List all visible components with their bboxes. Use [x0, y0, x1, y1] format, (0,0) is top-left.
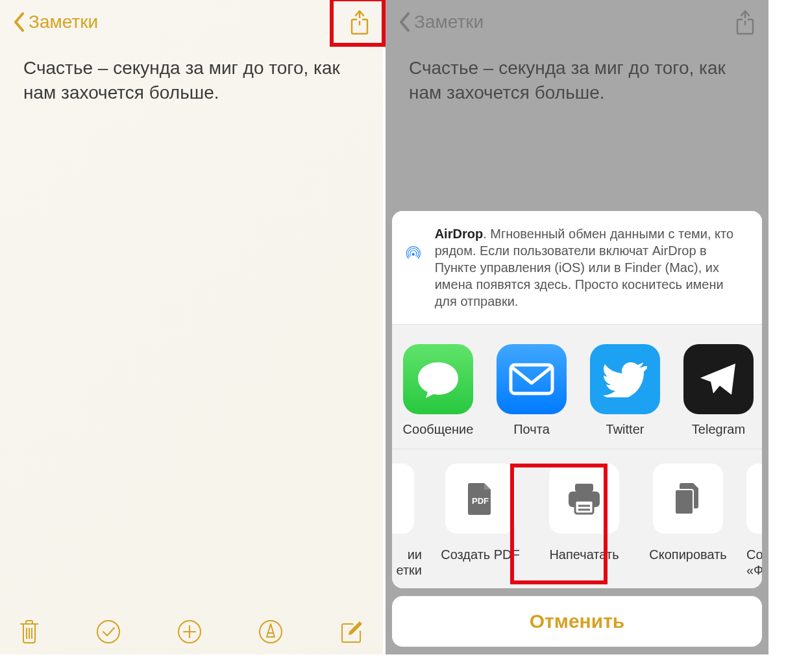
pdf-icon: PDF: [445, 464, 515, 534]
folder-icon: [746, 464, 762, 534]
pencil-circle-icon: [258, 619, 284, 645]
navbar-dimmed: Заметки: [386, 0, 768, 44]
share-actions-row[interactable]: ии етки PDF Создать PDF Напечатать: [392, 449, 762, 588]
svg-point-17: [412, 253, 415, 256]
table-icon: [392, 464, 414, 534]
copy-icon: [653, 464, 723, 534]
draw-button[interactable]: [258, 619, 284, 645]
back-label: Заметки: [414, 12, 484, 32]
bottom-toolbar: [0, 609, 383, 654]
svg-rect-26: [575, 501, 593, 514]
share-sheet: AirDrop. Мгновенный обмен данными с теми…: [392, 211, 762, 647]
twitter-icon: [590, 344, 660, 414]
messages-icon: [403, 344, 473, 414]
chevron-left-icon: [399, 12, 410, 32]
checklist-button[interactable]: [95, 619, 121, 645]
cancel-button[interactable]: Отменить: [392, 596, 762, 647]
plus-circle-icon: [177, 619, 203, 645]
svg-rect-29: [675, 490, 693, 514]
airdrop-section[interactable]: AirDrop. Мгновенный обмен данными с теми…: [392, 211, 762, 324]
share-apps-row[interactable]: Сообщение Почта Twitter: [392, 324, 762, 449]
mail-icon: [497, 344, 567, 414]
share-button[interactable]: [348, 9, 371, 36]
svg-text:PDF: PDF: [472, 496, 489, 506]
compose-button[interactable]: [339, 619, 365, 645]
svg-rect-2: [357, 18, 362, 21]
svg-rect-24: [575, 484, 593, 492]
action-create-pdf[interactable]: PDF Создать PDF: [435, 464, 526, 578]
chevron-left-icon: [13, 12, 25, 32]
svg-rect-16: [743, 18, 748, 21]
action-print[interactable]: Напечатать: [539, 464, 630, 578]
telegram-icon: [683, 344, 754, 414]
airdrop-icon: [406, 225, 421, 281]
check-circle-icon: [95, 619, 121, 645]
screen-notes: Заметки Счастье – секунда за миг до того…: [0, 0, 383, 654]
navbar: Заметки: [0, 0, 383, 44]
share-panel: AirDrop. Мгновенный обмен данными с теми…: [392, 211, 762, 588]
trash-icon: [18, 619, 40, 645]
back-button: Заметки: [399, 12, 484, 32]
share-icon: [348, 9, 371, 36]
back-label: Заметки: [29, 12, 98, 32]
add-button[interactable]: [177, 619, 203, 645]
app-messages[interactable]: Сообщение: [401, 344, 475, 437]
note-text[interactable]: Счастье – секунда за миг до того, как на…: [0, 44, 383, 117]
app-twitter[interactable]: Twitter: [588, 344, 662, 437]
printer-icon: [549, 464, 619, 534]
share-icon: [733, 9, 757, 36]
action-copy[interactable]: Скопировать: [643, 464, 733, 578]
svg-rect-18: [511, 365, 552, 393]
action-save-files[interactable]: Сохранить «Файлы»: [746, 464, 762, 578]
back-button[interactable]: Заметки: [13, 12, 98, 32]
compose-icon: [339, 619, 365, 645]
note-text-dimmed: Счастье – секунда за миг до того, как на…: [386, 44, 768, 117]
screen-share-sheet: Заметки Счастье – секунда за миг до того…: [386, 0, 768, 654]
share-button: [733, 9, 757, 36]
app-mail[interactable]: Почта: [495, 344, 569, 437]
airdrop-text: AirDrop. Мгновенный обмен данными с теми…: [435, 225, 748, 310]
app-telegram[interactable]: Telegram: [682, 344, 755, 437]
svg-point-6: [97, 621, 119, 643]
trash-button[interactable]: [18, 619, 40, 645]
action-partial-left[interactable]: ии етки: [392, 464, 422, 578]
